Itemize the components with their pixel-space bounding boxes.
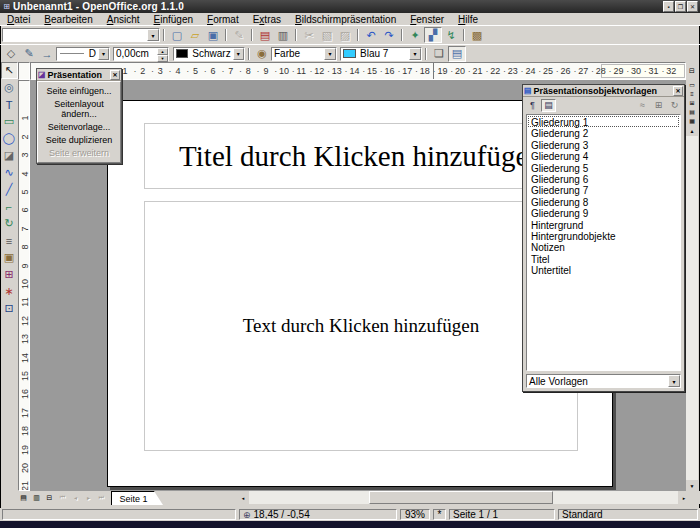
line-width-spin-buttons[interactable]: ▲▼: [157, 48, 168, 60]
horizontal-scroll-thumb[interactable]: [369, 491, 553, 504]
style-item[interactable]: Gliederung 8: [528, 196, 679, 207]
menu-format[interactable]: Format: [200, 13, 246, 26]
hyperlink-dialog-icon[interactable]: ↯: [442, 27, 460, 43]
connector-tool-icon[interactable]: ⌐: [1, 198, 18, 215]
horizontal-scroll-track[interactable]: [249, 491, 678, 504]
presentation-styles-toggle-icon[interactable]: ▤: [448, 46, 466, 62]
edit-points-icon[interactable]: ◇: [2, 46, 20, 62]
palette-close-icon[interactable]: ✕: [110, 70, 120, 80]
copy-icon[interactable]: ▧: [318, 27, 336, 43]
next-page-icon[interactable]: ▸: [82, 491, 95, 504]
style-item[interactable]: Gliederung 4: [528, 150, 679, 161]
update-style-icon[interactable]: ↻: [667, 99, 682, 112]
scroll-left-icon[interactable]: ◂: [237, 491, 249, 504]
url-field[interactable]: [3, 29, 147, 41]
area-style-dialog-icon[interactable]: ◉: [253, 46, 271, 62]
rectangle-tool-icon[interactable]: ▭: [1, 113, 18, 130]
print-document-icon[interactable]: ▥: [274, 27, 292, 43]
last-page-icon[interactable]: ⏭: [95, 491, 108, 504]
vertical-ruler[interactable]: 123456789101112131415161718192021: [18, 80, 30, 491]
export-pdf-icon[interactable]: ▤: [256, 27, 274, 43]
style-item[interactable]: Hintergrundobjekte: [528, 230, 679, 241]
style-filter-combobox[interactable]: Alle Vorlagen ▾: [526, 374, 681, 388]
line-width-spinner[interactable]: 0,00cm ▲▼: [113, 47, 169, 61]
style-item[interactable]: Gliederung 6: [528, 173, 679, 184]
slide-show-button-icon[interactable]: ⊡: [1, 300, 18, 317]
rotate-tool-icon[interactable]: ↻: [1, 215, 18, 232]
palette-item-seitenlayout-ndern[interactable]: Seitenlayout ändern...: [38, 99, 120, 119]
layer-mode-icon[interactable]: ⊟: [43, 491, 56, 504]
vertical-scrollbar[interactable]: ▭≡⊞▤▦▲▼: [686, 80, 698, 491]
drawing-view-icon[interactable]: ▭: [686, 80, 698, 89]
edit-file-icon[interactable]: ✎: [230, 27, 248, 43]
line-dialog-icon[interactable]: ✎: [20, 46, 38, 62]
scroll-down-icon[interactable]: ▼: [686, 480, 698, 491]
gallery-icon[interactable]: ▩: [468, 27, 486, 43]
arrange-tool-icon[interactable]: ▣: [1, 249, 18, 266]
title-placeholder[interactable]: Titel durch Klicken hinzufügen: [144, 123, 578, 189]
style-item[interactable]: Gliederung 1: [528, 116, 679, 127]
menu-bearbeiten[interactable]: Bearbeiten: [37, 13, 99, 26]
handout-view-icon[interactable]: ▦: [686, 116, 698, 125]
style-item[interactable]: Untertitel: [528, 264, 679, 275]
fill-color-combobox[interactable]: Blau 7 ▾: [340, 47, 422, 61]
style-item[interactable]: Titel: [528, 253, 679, 264]
menu-extras[interactable]: Extras: [246, 13, 288, 26]
url-dropdown-arrow-icon[interactable]: ▾: [147, 29, 159, 41]
palette-item-seite-einf-gen[interactable]: Seite einfügen...: [38, 86, 120, 96]
line-color-combobox[interactable]: Schwarz ▾: [173, 47, 245, 61]
restore-button[interactable]: ❐: [675, 1, 686, 12]
shadow-toggle-icon[interactable]: ❏: [430, 46, 448, 62]
page-mode-icon[interactable]: ▤: [17, 491, 30, 504]
menu-ansicht[interactable]: Ansicht: [100, 13, 147, 26]
text-tool-icon[interactable]: T: [1, 96, 18, 113]
paste-icon[interactable]: ▨: [336, 27, 354, 43]
fill-color-dropdown-icon[interactable]: ▾: [409, 48, 421, 60]
size-grip[interactable]: [690, 491, 700, 504]
fill-format-mode-icon[interactable]: ≈: [635, 99, 650, 112]
horizontal-scrollbar[interactable]: ◂ ▸: [237, 491, 690, 504]
slides-view-icon[interactable]: ⊞: [686, 98, 698, 107]
new-document-icon[interactable]: ▢: [168, 27, 186, 43]
line-width-value[interactable]: 0,00cm: [114, 48, 157, 60]
open-document-icon[interactable]: ▱: [186, 27, 204, 43]
first-page-icon[interactable]: ⏮: [56, 491, 69, 504]
minimize-button[interactable]: ▪: [663, 1, 674, 12]
arrow-style-icon[interactable]: →: [38, 46, 56, 62]
stylist-icon[interactable]: ▞: [424, 27, 442, 43]
spin-down-icon[interactable]: ▼: [157, 55, 168, 62]
notes-view-icon[interactable]: ▤: [686, 107, 698, 116]
fill-type-dropdown-icon[interactable]: ▾: [324, 48, 336, 60]
objects-3d-tool-icon[interactable]: ◪: [1, 147, 18, 164]
master-mode-icon[interactable]: ▥: [30, 491, 43, 504]
title-bar[interactable]: ⊞ Unbenannt1 - OpenOffice.org 1.1.0 ▪❐✕: [0, 0, 700, 13]
close-button[interactable]: ✕: [687, 1, 698, 12]
menu-bildschirmprsentation[interactable]: Bildschirmpräsentation: [288, 13, 403, 26]
style-item[interactable]: Hintergrund: [528, 219, 679, 230]
paragraph-styles-icon[interactable]: ¶: [525, 99, 540, 112]
style-item[interactable]: Gliederung 5: [528, 162, 679, 173]
stylist-close-icon[interactable]: ✕: [673, 86, 683, 96]
fill-type-combobox[interactable]: Farbe ▾: [271, 47, 337, 61]
alignment-tool-icon[interactable]: ≡: [1, 232, 18, 249]
style-item[interactable]: Gliederung 2: [528, 127, 679, 138]
menu-datei[interactable]: Datei: [0, 13, 37, 26]
style-item[interactable]: Gliederung 9: [528, 207, 679, 218]
insert-tool-icon[interactable]: ⊞: [1, 266, 18, 283]
split-window-button[interactable]: ⊟: [686, 62, 698, 80]
presentation-palette-titlebar[interactable]: ◪ Präsentation ✕: [37, 69, 121, 81]
style-list[interactable]: Gliederung 1Gliederung 2Gliederung 3Glie…: [526, 114, 681, 371]
style-filter-dropdown-icon[interactable]: ▾: [668, 375, 680, 387]
vertical-scroll-thumb[interactable]: [686, 250, 698, 393]
curve-tool-icon[interactable]: ∿: [1, 164, 18, 181]
menu-einfgen[interactable]: Einfügen: [147, 13, 200, 26]
navigator-icon[interactable]: ✦: [406, 27, 424, 43]
line-color-dropdown-icon[interactable]: ▾: [233, 48, 244, 60]
presentation-styles-icon[interactable]: ▤: [541, 99, 556, 112]
effects-tool-icon[interactable]: ∗: [1, 283, 18, 300]
scroll-up-icon[interactable]: ▲: [686, 125, 698, 136]
horizontal-ruler[interactable]: 1·2·3·4·5·6·7·8·9·10·11·12·13·14·15·16·1…: [30, 62, 686, 80]
line-style-combobox[interactable]: D ▾: [56, 47, 110, 61]
scroll-right-icon[interactable]: ▸: [678, 491, 690, 504]
menu-hilfe[interactable]: Hilfe: [451, 13, 485, 26]
